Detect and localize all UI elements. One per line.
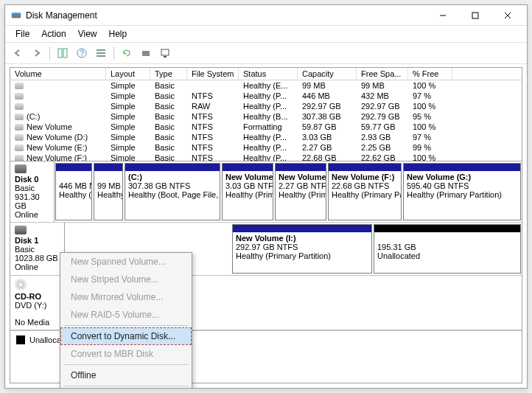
partition[interactable]: New Volume (F:)22.68 GB NTFSHealthy (Pri…: [328, 163, 402, 220]
legend-swatch-unallocated: [16, 335, 25, 344]
minimize-button[interactable]: [427, 6, 459, 25]
col-pctfree[interactable]: % Free: [408, 68, 452, 80]
col-type[interactable]: Type: [150, 68, 187, 80]
svg-rect-13: [142, 51, 150, 56]
svg-text:?: ?: [80, 49, 84, 58]
menu-help[interactable]: Help: [103, 27, 133, 41]
menu-action[interactable]: Action: [35, 27, 71, 41]
svg-rect-15: [164, 56, 167, 58]
disk-mgmt-icon: [11, 10, 21, 21]
disk-status: Online: [15, 262, 60, 271]
disk-row: Disk 0 Basic 931.30 GB Online 446 MB NTH…: [10, 161, 522, 223]
menu-new-striped: New Striped Volume...: [60, 271, 192, 288]
partition[interactable]: New Volume3.03 GB NTFSHealthy (Prima: [222, 163, 273, 220]
disk-type: Basic: [15, 245, 60, 254]
volume-header: Volume Layout Type File System Status Ca…: [10, 68, 522, 80]
partition[interactable]: New Volume (G:)595.40 GB NTFSHealthy (Pr…: [403, 163, 521, 220]
col-capacity[interactable]: Capacity: [298, 68, 357, 80]
svg-rect-11: [97, 52, 105, 54]
refresh-icon: [122, 48, 132, 58]
volume-icon: [15, 93, 24, 100]
svg-rect-3: [472, 13, 478, 18]
disk-name: Disk 0: [15, 175, 49, 184]
col-layout[interactable]: Layout: [106, 68, 150, 80]
maximize-button[interactable]: [459, 6, 491, 25]
volume-icon: [15, 134, 24, 141]
computer-button[interactable]: [157, 45, 173, 61]
svg-rect-1: [12, 13, 21, 15]
back-icon: [13, 48, 23, 58]
svg-rect-14: [161, 49, 169, 55]
volume-row[interactable]: New Volume (F:)SimpleBasicNTFSHealthy (P…: [10, 153, 522, 161]
svg-rect-12: [97, 55, 105, 57]
disk-type: Basic: [15, 184, 49, 192]
volume-icon: [15, 114, 24, 120]
computer-icon: [160, 48, 170, 58]
menu-new-raid5: New RAID-5 Volume...: [60, 306, 192, 324]
disk-drive-letter: DVD (Y:): [15, 301, 66, 310]
menubar: File Action View Help: [5, 26, 527, 42]
partition-unallocated[interactable]: 195.31 GBUnallocated: [374, 224, 521, 274]
col-status[interactable]: Status: [239, 68, 298, 80]
volume-icon: [15, 103, 24, 110]
disk-size: 931.30 GB: [15, 192, 49, 210]
layout-button[interactable]: [55, 45, 71, 61]
refresh-button[interactable]: [119, 45, 135, 61]
volume-row[interactable]: (C:)SimpleBasicNTFSHealthy (B...307.38 G…: [10, 111, 522, 122]
help-icon: ?: [77, 48, 87, 58]
back-button[interactable]: [10, 45, 26, 61]
content: Volume Layout Type File System Status Ca…: [5, 64, 527, 388]
partition[interactable]: New Volume (I:)292.97 GB NTFSHealthy (Pr…: [232, 224, 372, 274]
disk-name: Disk 1: [15, 236, 60, 245]
partition[interactable]: (C:)307.38 GB NTFSHealthy (Boot, Page Fi…: [125, 163, 220, 220]
list-icon: [96, 48, 106, 58]
menu-offline[interactable]: Offline: [60, 366, 192, 384]
disk-icon: [141, 48, 151, 58]
disk-status: No Media: [15, 318, 66, 327]
forward-button[interactable]: [29, 45, 45, 61]
disk-label[interactable]: Disk 0 Basic 931.30 GB Online: [10, 161, 55, 222]
disk-name: CD-RO: [15, 292, 66, 301]
help-button[interactable]: ?: [74, 45, 90, 61]
volume-list[interactable]: Volume Layout Type File System Status Ca…: [10, 67, 522, 161]
close-icon: [504, 12, 511, 19]
menu-file[interactable]: File: [10, 27, 35, 41]
close-button[interactable]: [491, 6, 524, 25]
col-freespace[interactable]: Free Spa...: [357, 68, 408, 80]
svg-rect-6: [58, 49, 62, 58]
window: Disk Management File Action View Help ? …: [4, 4, 528, 389]
partition[interactable]: 446 MB NTHealthy (P: [55, 163, 92, 220]
titlebar: Disk Management: [5, 5, 527, 26]
disk-icon: [15, 164, 27, 173]
settings-button[interactable]: [93, 45, 109, 61]
rescan-button[interactable]: [138, 45, 154, 61]
volume-row[interactable]: New Volume (D:)SimpleBasicNTFSHealthy (P…: [10, 132, 522, 142]
volume-row[interactable]: SimpleBasicRAWHealthy (P...292.97 GB292.…: [10, 101, 522, 111]
cdrom-icon: [15, 279, 27, 291]
col-filesystem[interactable]: File System: [187, 68, 239, 80]
minimize-icon: [439, 12, 447, 19]
toolbar: ?: [5, 42, 527, 64]
menu-view[interactable]: View: [72, 27, 103, 41]
partition[interactable]: 99 MBHealthy (: [94, 163, 123, 220]
menu-new-spanned: New Spanned Volume...: [60, 253, 192, 271]
disk-size: 1023.88 GB: [15, 254, 60, 262]
volume-row[interactable]: SimpleBasicHealthy (E...99 MB99 MB100 %: [10, 80, 522, 91]
svg-rect-7: [63, 49, 67, 58]
volume-row[interactable]: New Volume (E:)SimpleBasicNTFSHealthy (P…: [10, 142, 522, 153]
volume-row[interactable]: SimpleBasicNTFSHealthy (P...446 MB432 MB…: [10, 91, 522, 101]
volume-icon: [15, 124, 24, 131]
legend-label: Unalloca: [29, 335, 61, 344]
disk-label[interactable]: Disk 1 Basic 1023.88 GB Online: [10, 223, 65, 275]
col-volume[interactable]: Volume: [10, 68, 106, 80]
context-menu: New Spanned Volume... New Striped Volume…: [60, 252, 192, 388]
window-title: Disk Management: [26, 10, 427, 21]
menu-convert-mbr: Convert to MBR Disk: [60, 345, 192, 363]
forward-icon: [32, 48, 42, 58]
partition[interactable]: New Volume2.27 GB NTFSHealthy (Prima: [275, 163, 326, 220]
layout-icon: [57, 48, 68, 58]
maximize-icon: [472, 12, 479, 19]
disk-status: Online: [15, 210, 49, 219]
volume-row[interactable]: New VolumeSimpleBasicNTFSFormatting59.87…: [10, 122, 522, 132]
menu-convert-dynamic[interactable]: Convert to Dynamic Disk...: [60, 327, 192, 345]
